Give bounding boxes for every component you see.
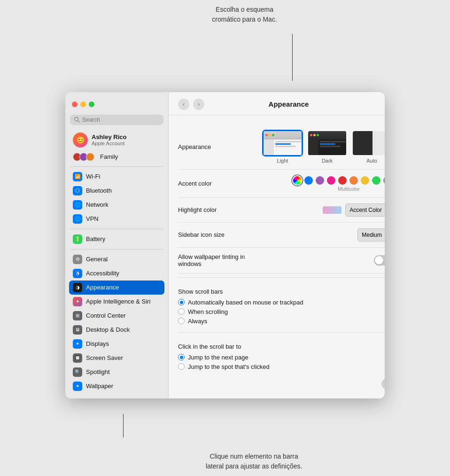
color-multicolor[interactable] [293, 176, 302, 185]
appearance-option-dark[interactable]: Dark [307, 130, 347, 164]
light-label: Light [277, 158, 288, 164]
sidebar-item-desktop[interactable]: 🖥 Desktop & Dock [69, 323, 164, 337]
auto-dark-half [353, 131, 372, 156]
scroll-scrolling-option[interactable]: When scrolling [178, 308, 385, 315]
help-area: ? [178, 374, 385, 389]
sidebar-item-family[interactable]: Family [69, 150, 164, 164]
sidebar-item-accessibility[interactable]: ♿ Accessibility [69, 266, 164, 281]
svg-point-0 [75, 117, 78, 121]
appearance-option-auto[interactable]: Auto [352, 130, 385, 164]
nav-forward-button[interactable]: › [193, 99, 204, 110]
sidebar-item-wifi[interactable]: 📶 Wi-Fi [69, 170, 164, 184]
sidebar-item-siri[interactable]: ✦ Apple Intelligence & Siri [69, 295, 164, 309]
color-purple[interactable] [316, 176, 324, 185]
appearance-option-light[interactable]: Light [263, 130, 303, 164]
click-next-option[interactable]: Jump to the next page [178, 354, 385, 361]
sidebar-size-select[interactable]: Medium ⌃⌄ [357, 228, 385, 242]
accent-color-label: Accent color [178, 176, 263, 187]
color-yellow[interactable] [361, 176, 369, 185]
sidebar-label-control: Control Center [86, 312, 126, 319]
color-row [293, 176, 385, 185]
appearance-options: Light [263, 130, 385, 164]
siri-icon: ✦ [73, 297, 82, 306]
sidebar-item-general[interactable]: ⚙ General [69, 252, 164, 266]
system-preferences-window: 😊 Ashley Rico Apple Account Family [65, 92, 385, 398]
scroll-scrolling-radio[interactable] [178, 308, 185, 315]
scroll-bars-title: Show scroll bars [178, 288, 385, 295]
user-avatar: 😊 [73, 133, 88, 148]
dark-label: Dark [322, 158, 333, 164]
sidebar-divider-2 [70, 229, 163, 229]
scroll-always-option[interactable]: Always [178, 318, 385, 325]
sidebar-label-wallpaper: Wallpaper [86, 382, 113, 390]
highlight-color-select[interactable]: Accent Color ⌃⌄ [345, 203, 385, 217]
sidebar-label-spotlight: Spotlight [86, 368, 110, 375]
highlight-color-row: Highlight color Accent Color ⌃⌄ [178, 198, 385, 223]
minimize-button[interactable] [80, 101, 86, 107]
color-selected-label: Multicolor [338, 186, 360, 192]
click-next-label: Jump to the next page [188, 354, 248, 361]
preview-dot-red-d [310, 134, 312, 136]
auto-label: Auto [366, 158, 377, 164]
appearance-label: Appearance [178, 143, 263, 150]
control-icon: ⊞ [73, 311, 82, 320]
color-pink[interactable] [327, 176, 335, 185]
sidebar-item-bluetooth[interactable]: ⬡ Bluetooth [69, 184, 164, 198]
highlight-value: Accent Color [349, 207, 382, 213]
preview-dot-green [272, 134, 274, 136]
color-red[interactable] [338, 176, 347, 185]
sidebar-item-screensaver[interactable]: 🔲 Screen Saver [69, 351, 164, 365]
accent-color-row: Accent color Multicolor [178, 170, 385, 198]
close-button[interactable] [72, 101, 78, 107]
scroll-auto-radio[interactable] [178, 299, 185, 305]
battery-icon: 🔋 [73, 234, 82, 244]
nav-back-button[interactable]: ‹ [178, 99, 189, 110]
sidebar-label-screensaver: Screen Saver [86, 354, 123, 361]
family-avatar-3 [86, 153, 94, 161]
screensaver-icon: 🔲 [73, 353, 82, 363]
click-next-radio[interactable] [178, 354, 185, 360]
sidebar-icon-size-control: Medium ⌃⌄ [263, 228, 385, 242]
preview-dot-yellow [269, 134, 271, 136]
search-input[interactable] [82, 117, 160, 123]
vpn-icon: 🌐 [73, 214, 82, 224]
chevron-icon: ⌃⌄ [384, 205, 385, 215]
preview-sidebar-dark [308, 140, 318, 156]
svg-line-1 [78, 121, 79, 122]
sidebar-item-displays[interactable]: ✦ Displays [69, 337, 164, 351]
color-orange[interactable] [349, 176, 358, 185]
scroll-always-radio[interactable] [178, 318, 185, 324]
maximize-button[interactable] [89, 101, 94, 107]
search-bar[interactable] [70, 115, 163, 125]
highlight-color-label: Highlight color [178, 206, 263, 213]
scroll-auto-label: Automatically based on mouse or trackpad [188, 299, 303, 306]
user-account-item[interactable]: 😊 Ashley Rico Apple Account [69, 130, 164, 150]
sidebar-item-vpn[interactable]: 🌐 VPN [69, 212, 164, 226]
sidebar-item-control-center[interactable]: ⊞ Control Center [69, 309, 164, 323]
scroll-scrolling-label: When scrolling [188, 308, 228, 315]
click-scroll-title: Click in the scroll bar to [178, 343, 385, 350]
click-spot-option[interactable]: Jump to the spot that's clicked [178, 363, 385, 370]
color-blue[interactable] [304, 176, 313, 185]
help-button[interactable]: ? [381, 379, 385, 389]
sidebar-item-spotlight[interactable]: 🔍 Spotlight [69, 365, 164, 379]
color-green[interactable] [372, 176, 380, 185]
color-graphite[interactable] [383, 176, 385, 185]
user-info: Ashley Rico Apple Account [92, 133, 126, 146]
scroll-auto-option[interactable]: Automatically based on mouse or trackpad [178, 299, 385, 306]
wallpaper-tinting-row: Allow wallpaper tinting in windows [178, 248, 385, 273]
sidebar-label-wifi: Wi-Fi [86, 173, 100, 180]
sidebar-item-network[interactable]: 🌐 Network [69, 198, 164, 212]
annotation-top: Escolha o esquemacromático para o Mac. [212, 5, 277, 24]
section-divider-2 [178, 332, 385, 333]
displays-icon: ✦ [73, 339, 82, 349]
wallpaper-tinting-toggle[interactable] [374, 255, 385, 265]
traffic-lights [65, 97, 168, 115]
desktop-icon: 🖥 [73, 325, 82, 335]
click-spot-radio[interactable] [178, 363, 185, 370]
sidebar-item-wallpaper[interactable]: ✦ Wallpaper [69, 379, 164, 393]
sidebar-label-desktop: Desktop & Dock [86, 326, 130, 333]
sidebar-item-battery[interactable]: 🔋 Battery [69, 232, 164, 246]
sidebar-item-appearance[interactable]: ◑ Appearance [69, 281, 164, 295]
sidebar-label-bluetooth: Bluetooth [86, 187, 112, 194]
